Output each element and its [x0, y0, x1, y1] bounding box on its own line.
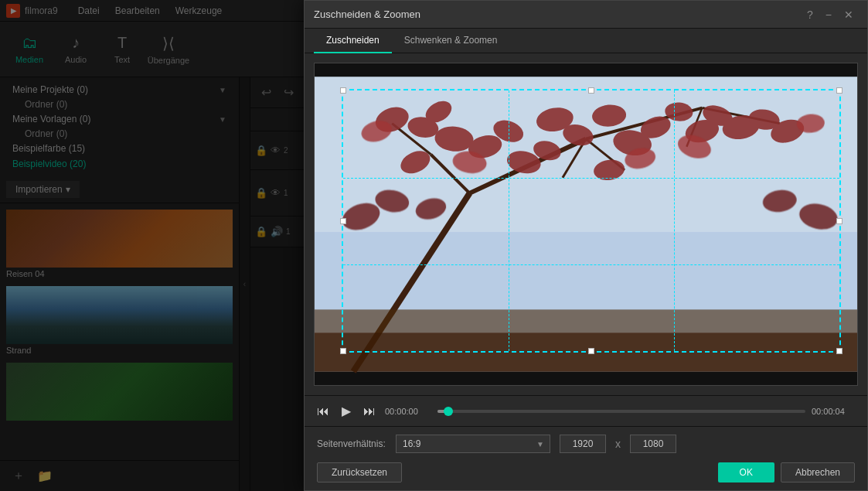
- dialog-overlay: Zuschneiden & Zoomen ? − ✕ Zuschneiden S…: [0, 0, 868, 491]
- playback-controls: ⏮ ▶ ⏭ 00:00:00 00:00:04: [305, 395, 867, 426]
- crop-handle-top-left[interactable]: [340, 87, 346, 94]
- action-buttons: OK Abbrechen: [718, 462, 855, 482]
- progress-knob[interactable]: [444, 407, 453, 416]
- crop-zoom-dialog: Zuschneiden & Zoomen ? − ✕ Zuschneiden S…: [304, 0, 868, 491]
- dialog-title-bar: Zuschneiden & Zoomen ? − ✕: [305, 1, 867, 29]
- crop-grid-h2: [343, 264, 839, 265]
- video-preview: [315, 63, 857, 385]
- ratio-label: Seitenverhältnis:: [317, 438, 386, 449]
- ratio-row: Seitenverhältnis: 16:9 4:3 1:1 9:16 Benu…: [317, 435, 855, 453]
- cancel-button[interactable]: Abbrechen: [781, 462, 855, 482]
- reset-button[interactable]: Zurücksetzen: [317, 462, 402, 482]
- crop-handle-bottom-left[interactable]: [340, 348, 346, 354]
- width-input[interactable]: [560, 435, 606, 453]
- dimension-separator: x: [615, 438, 621, 450]
- time-current: 00:00:00: [385, 407, 431, 416]
- crop-handle-top-right[interactable]: [836, 87, 842, 94]
- crop-handle-middle-right[interactable]: [836, 218, 842, 224]
- dialog-minimize-button[interactable]: −: [821, 7, 836, 22]
- crop-grid-v2: [674, 90, 675, 351]
- crop-handle-middle-left[interactable]: [340, 218, 346, 224]
- dialog-close-button[interactable]: ✕: [839, 7, 858, 22]
- tab-schwenken[interactable]: Schwenken & Zoomen: [392, 29, 510, 53]
- dialog-tabs: Zuschneiden Schwenken & Zoomen: [305, 29, 867, 53]
- ok-button[interactable]: OK: [718, 462, 774, 482]
- crop-box[interactable]: [342, 89, 841, 353]
- dialog-title: Zuschneiden & Zoomen: [314, 9, 802, 20]
- step-forward-button[interactable]: ⏭: [360, 403, 379, 420]
- crop-handle-bottom-right[interactable]: [836, 348, 842, 354]
- tab-zuschneiden[interactable]: Zuschneiden: [314, 29, 392, 53]
- ratio-select-wrapper: 16:9 4:3 1:1 9:16 Benutzerdefiniert: [396, 435, 550, 453]
- crop-handle-top-middle[interactable]: [588, 87, 594, 94]
- dialog-window-controls: ? − ✕: [802, 7, 858, 22]
- crop-handle-bottom-middle[interactable]: [588, 348, 594, 354]
- time-total: 00:00:04: [812, 407, 858, 416]
- crop-grid-v1: [509, 90, 509, 351]
- crop-overlay: [315, 63, 857, 385]
- height-input[interactable]: [630, 435, 676, 453]
- progress-bar[interactable]: [437, 410, 805, 413]
- ratio-select[interactable]: 16:9 4:3 1:1 9:16 Benutzerdefiniert: [396, 435, 550, 453]
- play-button[interactable]: ▶: [339, 402, 354, 420]
- crop-grid-h1: [343, 178, 839, 179]
- action-row: Zurücksetzen OK Abbrechen: [317, 462, 855, 482]
- step-back-button[interactable]: ⏮: [314, 403, 332, 420]
- video-preview-container: [314, 63, 858, 386]
- dialog-bottom: Seitenverhältnis: 16:9 4:3 1:1 9:16 Benu…: [305, 426, 867, 490]
- dialog-help-button[interactable]: ?: [802, 7, 818, 22]
